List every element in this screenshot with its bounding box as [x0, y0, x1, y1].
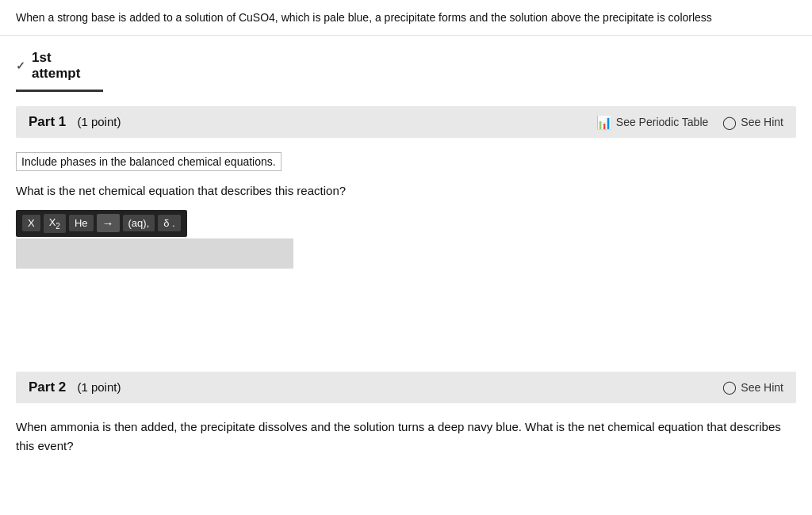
part1-header: Part 1 (1 point) 📊 See Periodic Table ◯ …	[16, 106, 796, 138]
hint-icon-part2: ◯	[722, 380, 737, 395]
toolbar-btn-arrow[interactable]: →	[97, 214, 120, 232]
part1-title-text: Part 1	[29, 114, 66, 129]
periodic-table-label: See Periodic Table	[616, 116, 708, 128]
toolbar-btn-he[interactable]: He	[69, 215, 94, 231]
toolbar-btn-x2[interactable]: X2	[44, 214, 66, 233]
part2-title-text: Part 2	[29, 380, 66, 395]
part2-header: Part 2 (1 point) ◯ See Hint	[16, 372, 796, 403]
intro-paragraph: When a strong base is added to a solutio…	[16, 11, 712, 24]
equation-toolbar: X X2 He → (aq), δ .	[16, 210, 187, 237]
instruction-text: Include phases in the balanced chemical …	[16, 152, 282, 171]
toolbar-btn-delta[interactable]: δ .	[158, 215, 180, 231]
part2-tools: ◯ See Hint	[722, 380, 783, 395]
part2-title: Part 2 (1 point)	[29, 380, 121, 395]
see-hint-link-part1[interactable]: ◯ See Hint	[722, 115, 783, 130]
part1-tools: 📊 See Periodic Table ◯ See Hint	[596, 115, 783, 130]
part2-points: (1 point)	[77, 380, 121, 394]
part1-question-text: What is the net chemical equation that d…	[16, 184, 346, 197]
part1-title: Part 1 (1 point)	[29, 114, 121, 130]
intro-text: When a strong base is added to a solutio…	[0, 0, 812, 36]
part2-text: When ammonia is then added, the precipit…	[16, 418, 796, 456]
part1-points: (1 point)	[77, 115, 121, 128]
hint-icon-part1: ◯	[722, 115, 737, 130]
see-hint-link-part2[interactable]: ◯ See Hint	[722, 380, 783, 395]
see-hint-label-part1: See Hint	[741, 116, 783, 128]
equation-input-area[interactable]	[16, 238, 293, 269]
attempt-title: 1st attempt	[32, 50, 103, 82]
toolbar-btn-aq[interactable]: (aq),	[123, 215, 155, 231]
instruction-span: Include phases in the balanced chemical …	[21, 155, 276, 168]
part1-content: Include phases in the balanced chemical …	[16, 138, 796, 277]
part1-question: What is the net chemical equation that d…	[16, 184, 796, 197]
toolbar-btn-x[interactable]: X	[22, 215, 40, 231]
checkmark-icon: ✓	[16, 59, 25, 72]
part2-content: When ammonia is then added, the precipit…	[16, 403, 796, 464]
see-hint-label-part2: See Hint	[741, 381, 783, 394]
attempt-label: ✓ 1st attempt	[16, 44, 103, 92]
periodic-table-icon: 📊	[596, 115, 612, 130]
periodic-table-link[interactable]: 📊 See Periodic Table	[596, 115, 708, 130]
attempt-section: ✓ 1st attempt Part 1 (1 point) 📊 See Per…	[0, 36, 812, 464]
